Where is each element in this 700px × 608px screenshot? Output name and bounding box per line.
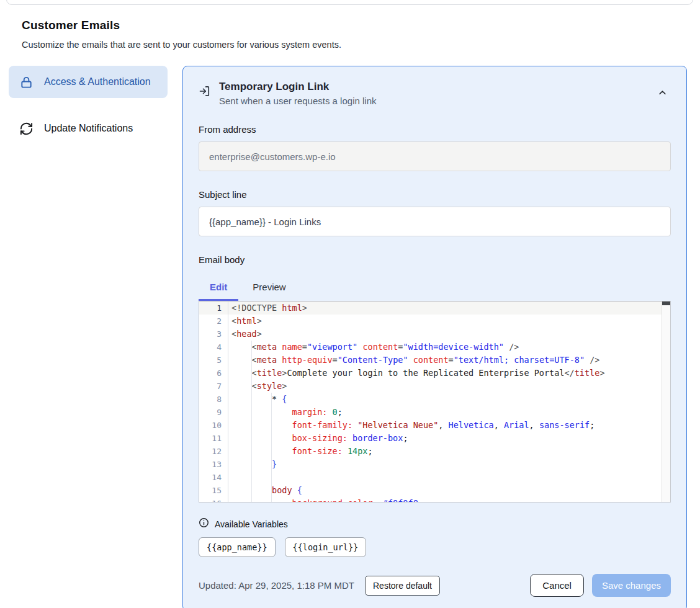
card-subtitle: Sent when a user requests a login link — [219, 96, 654, 106]
line-number: 7 — [199, 380, 228, 393]
page-header: Customer Emails Customize the emails tha… — [0, 0, 700, 50]
code-line[interactable]: 8 * { — [199, 393, 670, 406]
variable-chip-app-name[interactable]: {{app_name}} — [199, 537, 276, 557]
line-number: 10 — [199, 419, 228, 432]
code-editor[interactable]: 1<!DOCTYPE html>2<html>3<head>4 <meta na… — [199, 301, 671, 503]
code-line[interactable]: 5 <meta http-equiv="Content-Type" conten… — [199, 354, 670, 367]
code-line-content: font-size: 14px; — [228, 445, 373, 458]
code-line[interactable]: 12 font-size: 14px; — [199, 445, 670, 458]
code-line-content: * { — [228, 393, 287, 406]
code-line[interactable]: 3<head> — [199, 328, 670, 341]
sidebar-item-update-notifications[interactable]: Update Notifications — [9, 112, 168, 145]
code-line[interactable]: 6 <title>Complete your login to the Repl… — [199, 367, 670, 380]
code-line-content: font-family: "Helvetica Neue", Helvetica… — [228, 419, 595, 432]
code-line-content: body { — [228, 484, 302, 497]
code-line-content: background-color: #f8f8f8; — [228, 497, 423, 503]
available-variables-label: Available Variables — [215, 519, 288, 529]
code-line-content: <style> — [228, 380, 287, 393]
indent-guide — [271, 393, 272, 502]
line-number: 16 — [199, 497, 228, 503]
line-number: 6 — [199, 367, 228, 380]
email-body-tabs: Edit Preview — [199, 277, 671, 301]
login-icon — [199, 85, 211, 100]
refresh-icon — [19, 122, 34, 136]
tab-preview[interactable]: Preview — [241, 277, 297, 301]
code-line[interactable]: 10 font-family: "Helvetica Neue", Helvet… — [199, 419, 670, 432]
sidebar-item-label: Access & Authentication — [44, 74, 151, 89]
line-number: 4 — [199, 341, 228, 354]
code-rows: 1<!DOCTYPE html>2<html>3<head>4 <meta na… — [199, 302, 670, 503]
card-title: Temporary Login Link — [219, 81, 654, 93]
line-number: 3 — [199, 328, 228, 341]
sidebar-item-access-authentication[interactable]: Access & Authentication — [9, 66, 168, 98]
code-line[interactable]: 2<html> — [199, 315, 670, 328]
line-number: 13 — [199, 458, 228, 471]
line-number: 8 — [199, 393, 228, 406]
cancel-button[interactable]: Cancel — [530, 574, 584, 597]
code-line-content: <meta name="viewport" content="width=dev… — [228, 341, 519, 354]
code-line[interactable]: 14 — [199, 471, 670, 484]
updated-timestamp: Updated: Apr 29, 2025, 1:18 PM MDT — [199, 580, 354, 591]
email-body-label: Email body — [199, 254, 671, 265]
previous-card-edge — [6, 0, 693, 5]
code-line[interactable]: 1<!DOCTYPE html> — [199, 302, 670, 315]
temporary-login-link-card: Temporary Login Link Sent when a user re… — [182, 66, 687, 608]
from-address-input[interactable] — [199, 141, 671, 171]
code-line-content: <meta http-equiv="Content-Type" content=… — [228, 354, 599, 367]
card-footer: Updated: Apr 29, 2025, 1:18 PM MDT Resto… — [199, 574, 671, 597]
available-variables-header: Available Variables — [199, 517, 671, 530]
chevron-up-icon — [658, 90, 667, 99]
code-line-content: <html> — [228, 315, 262, 328]
code-line[interactable]: 9 margin: 0; — [199, 406, 670, 419]
subject-line-input[interactable] — [199, 207, 671, 236]
code-line[interactable]: 13 } — [199, 458, 670, 471]
restore-default-button[interactable]: Restore default — [365, 576, 440, 596]
tab-edit[interactable]: Edit — [199, 277, 238, 301]
code-line-content — [228, 471, 231, 484]
save-changes-button[interactable]: Save changes — [592, 574, 671, 597]
code-line-content: } — [228, 458, 277, 471]
page-title: Customer Emails — [22, 19, 678, 32]
indent-guide — [251, 341, 252, 502]
code-line[interactable]: 4 <meta name="viewport" content="width=d… — [199, 341, 670, 354]
line-number: 15 — [199, 484, 228, 497]
code-line[interactable]: 16 background-color: #f8f8f8; — [199, 497, 670, 503]
sidebar-item-label: Update Notifications — [44, 121, 133, 136]
subject-line-label: Subject line — [199, 189, 671, 200]
editor-scrollbar[interactable] — [662, 302, 670, 502]
line-number: 11 — [199, 432, 228, 445]
info-icon — [199, 517, 209, 530]
line-number: 12 — [199, 445, 228, 458]
code-line-content: <!DOCTYPE html> — [228, 302, 307, 315]
code-line-content: <head> — [228, 328, 262, 341]
code-line-content: margin: 0; — [228, 406, 343, 419]
code-line-content: <title>Complete your login to the Replic… — [228, 367, 605, 380]
code-line[interactable]: 11 box-sizing: border-box; — [199, 432, 670, 445]
collapse-button[interactable] — [654, 84, 671, 103]
lock-icon — [19, 75, 34, 89]
scrollbar-thumb[interactable] — [662, 302, 670, 305]
line-number: 5 — [199, 354, 228, 367]
code-line[interactable]: 7 <style> — [199, 380, 670, 393]
page-subtitle: Customize the emails that are sent to yo… — [22, 40, 678, 50]
email-types-sidebar: Access & Authentication Update Notificat… — [9, 66, 168, 145]
from-address-label: From address — [199, 124, 671, 135]
line-number: 2 — [199, 315, 228, 328]
line-number: 9 — [199, 406, 228, 419]
variable-chip-login-url[interactable]: {{login_url}} — [285, 537, 367, 557]
code-line[interactable]: 15 body { — [199, 484, 670, 497]
line-number: 14 — [199, 471, 228, 484]
code-line-content: box-sizing: border-box; — [228, 432, 408, 445]
line-number: 1 — [199, 302, 228, 315]
card-header: Temporary Login Link Sent when a user re… — [199, 81, 671, 106]
